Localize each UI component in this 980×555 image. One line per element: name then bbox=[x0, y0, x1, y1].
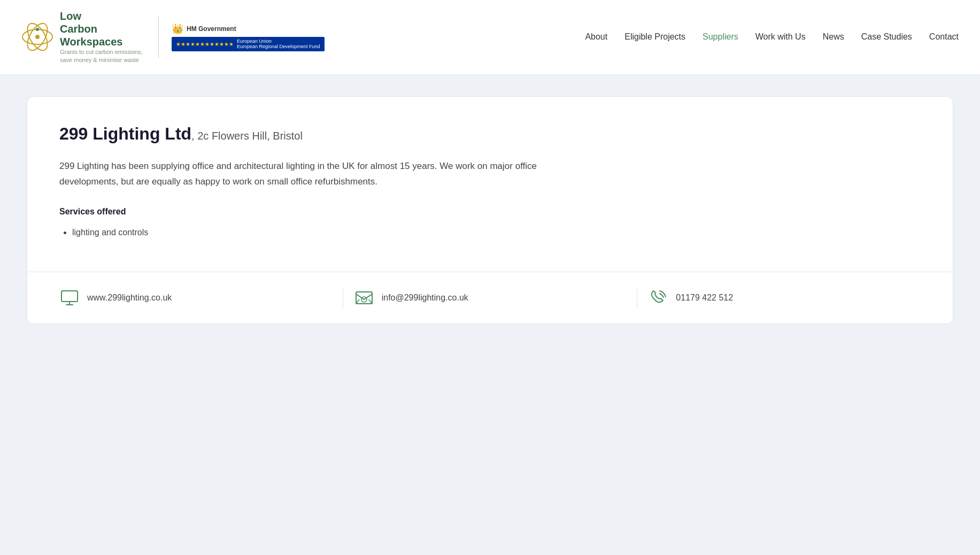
contact-email: info@299lighting.co.uk bbox=[354, 288, 627, 308]
crown-icon: 👑 bbox=[172, 23, 183, 35]
header-left: Low Carbon Workspaces Grants to cut carb… bbox=[21, 10, 325, 65]
card-body: 299 Lighting Ltd, 2c Flowers Hill, Brist… bbox=[27, 97, 953, 272]
nav-eligible-projects[interactable]: Eligible Projects bbox=[624, 32, 685, 42]
logo-title: Low Carbon Workspaces bbox=[60, 10, 145, 48]
logo-text: Low Carbon Workspaces Grants to cut carb… bbox=[60, 10, 145, 65]
logo-area[interactable]: Low Carbon Workspaces Grants to cut carb… bbox=[21, 10, 145, 65]
nav-about[interactable]: About bbox=[585, 32, 607, 42]
eu-logo: ★★★★★★★★★★★★ European Union European Reg… bbox=[172, 37, 325, 52]
hm-gov-logo: 👑 HM Government bbox=[172, 23, 325, 35]
logo-subtitle: Grants to cut carbon emissions, save mon… bbox=[60, 48, 145, 65]
page-content: 299 Lighting Ltd, 2c Flowers Hill, Brist… bbox=[0, 75, 980, 345]
website-text[interactable]: www.299lighting.co.uk bbox=[87, 293, 172, 303]
card-footer: www.299lighting.co.uk info@299lighting.c… bbox=[27, 272, 953, 323]
company-card: 299 Lighting Ltd, 2c Flowers Hill, Brist… bbox=[27, 96, 953, 324]
company-name: 299 Lighting Ltd bbox=[59, 124, 191, 143]
footer-divider-2 bbox=[637, 287, 637, 309]
phone-text[interactable]: 01179 422 512 bbox=[676, 293, 733, 303]
email-icon bbox=[354, 288, 374, 308]
svg-point-3 bbox=[35, 35, 40, 39]
nav-news[interactable]: News bbox=[823, 32, 844, 42]
nav-contact[interactable]: Contact bbox=[929, 32, 959, 42]
list-item: lighting and controls bbox=[72, 225, 921, 240]
company-description: 299 Lighting has been supplying office a… bbox=[59, 159, 541, 190]
phone-icon bbox=[648, 288, 668, 308]
footer-divider-1 bbox=[343, 287, 343, 309]
nav-work-with-us[interactable]: Work with Us bbox=[755, 32, 806, 42]
main-nav: About Eligible Projects Suppliers Work w… bbox=[585, 32, 959, 42]
header-divider bbox=[158, 16, 159, 58]
eu-stars-icon: ★★★★★★★★★★★★ bbox=[176, 41, 234, 47]
nav-case-studies[interactable]: Case Studies bbox=[861, 32, 912, 42]
monitor-icon bbox=[59, 288, 80, 308]
site-header: Low Carbon Workspaces Grants to cut carb… bbox=[0, 0, 980, 75]
email-text[interactable]: info@299lighting.co.uk bbox=[382, 293, 468, 303]
contact-phone: 01179 422 512 bbox=[648, 288, 921, 308]
company-address: , 2c Flowers Hill, Bristol bbox=[191, 130, 303, 142]
logo-icon bbox=[21, 21, 53, 53]
svg-point-4 bbox=[36, 28, 39, 31]
contact-website: www.299lighting.co.uk bbox=[59, 288, 332, 308]
company-heading: 299 Lighting Ltd, 2c Flowers Hill, Brist… bbox=[59, 124, 921, 144]
nav-suppliers[interactable]: Suppliers bbox=[703, 32, 738, 42]
services-heading: Services offered bbox=[59, 207, 921, 217]
gov-logos: 👑 HM Government ★★★★★★★★★★★★ European Un… bbox=[172, 23, 325, 52]
svg-rect-5 bbox=[61, 291, 78, 302]
services-list: lighting and controls bbox=[59, 225, 921, 240]
